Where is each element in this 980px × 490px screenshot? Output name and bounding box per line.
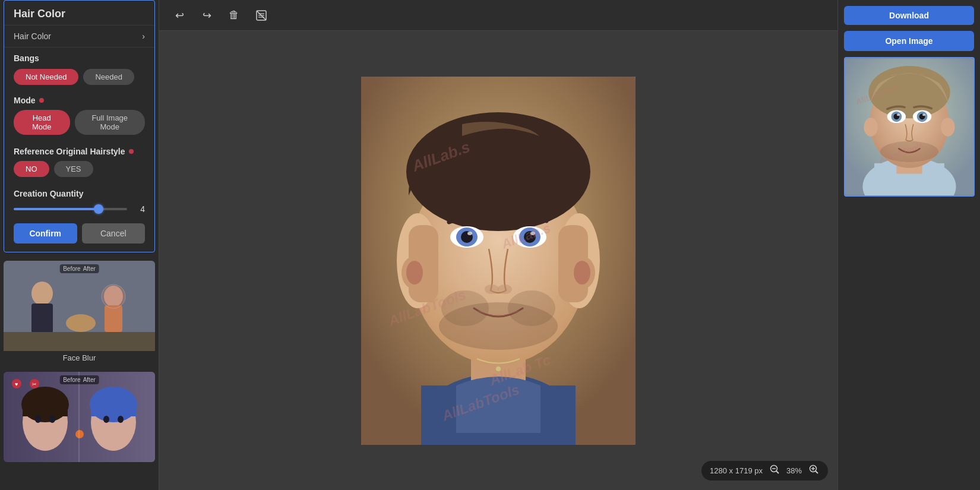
reference-label: Reference Original Hairstyle [14, 147, 125, 156]
bangs-not-needed-btn[interactable]: Not Needed [14, 69, 78, 85]
hair-color-section: Hair Color Hair Color › Bangs Not Needed… [4, 0, 155, 252]
undo-button[interactable]: ↩ [169, 5, 190, 26]
image-dimensions: 1280 x 1719 px [710, 466, 763, 475]
svg-rect-2 [31, 304, 53, 333]
svg-point-55 [485, 284, 499, 294]
right-panel: Download Open Image [837, 0, 980, 490]
hair-before-after-bar: Before After [59, 375, 99, 384]
reference-toggle-group: NO YES [4, 159, 154, 183]
svg-point-21 [118, 416, 124, 423]
zoom-level: 38% [786, 466, 802, 475]
zoom-in-button[interactable] [808, 464, 820, 477]
mode-indicator-dot [39, 98, 44, 103]
zoom-out-icon [770, 464, 779, 474]
svg-text:✂: ✂ [32, 381, 37, 387]
svg-point-88 [922, 113, 925, 116]
section-title: Hair Color [4, 1, 154, 26]
svg-point-56 [498, 284, 512, 294]
open-image-button[interactable]: Open Image [844, 31, 974, 51]
main-portrait-svg: AllLab.s AllLab.s AllLabTools AllLab Tc … [361, 77, 636, 445]
svg-point-16 [49, 416, 55, 423]
left-panel: Hair Color Hair Color › Bangs Not Needed… [0, 0, 159, 490]
face-blur-card[interactable]: Before After [4, 261, 155, 366]
reference-image-box: AllLabTools AllLabTools [844, 57, 975, 197]
bangs-label: Bangs [4, 48, 154, 67]
clear-button[interactable] [251, 5, 272, 26]
creation-qty-label: Creation Quantity [4, 183, 154, 202]
svg-point-45 [406, 261, 423, 284]
download-button[interactable]: Download [844, 6, 974, 25]
svg-point-5 [66, 314, 96, 332]
slider-track[interactable] [14, 208, 127, 210]
svg-point-1 [31, 282, 53, 305]
zoom-out-button[interactable] [769, 464, 780, 477]
hair-before-label: Before [63, 377, 80, 383]
hair-color-illustration: ♥ ✂ [4, 372, 155, 462]
reference-indicator-dot [129, 149, 134, 154]
head-mode-btn[interactable]: Head Mode [14, 110, 70, 135]
slider-row: 4 [4, 202, 154, 220]
action-row: Confirm Cancel [4, 220, 154, 252]
hair-color-thumb-card[interactable]: Before After [4, 372, 155, 462]
reference-label-row: Reference Original Hairstyle [4, 141, 154, 159]
mode-label-row: Mode [4, 91, 154, 108]
hair-color-row[interactable]: Hair Color › [4, 26, 154, 48]
canvas-container[interactable]: AllLab.s AllLab.s AllLabTools AllLab Tc … [159, 31, 837, 490]
face-blur-illustration: ! [4, 261, 155, 351]
cancel-button[interactable]: Cancel [82, 223, 146, 244]
trash-icon: 🗑 [229, 9, 239, 21]
svg-point-26 [75, 430, 84, 438]
hair-color-label: Hair Color [14, 31, 51, 41]
svg-line-72 [815, 471, 818, 473]
before-after-bar: Before After [59, 264, 99, 273]
svg-line-68 [776, 471, 779, 473]
svg-point-59 [508, 290, 555, 326]
delete-button[interactable]: 🗑 [223, 5, 245, 26]
mode-label: Mode [14, 96, 36, 105]
before-label: Before [63, 265, 80, 272]
svg-rect-6 [4, 332, 155, 351]
hair-after-label: After [83, 377, 96, 383]
svg-point-20 [103, 416, 109, 423]
svg-point-7 [102, 284, 125, 308]
undo-icon: ↩ [175, 9, 184, 22]
svg-rect-4 [105, 305, 122, 332]
slider-thumb[interactable] [94, 204, 103, 214]
face-blur-label: Face Blur [4, 351, 155, 366]
main-image: AllLab.s AllLab.s AllLabTools AllLab Tc … [361, 77, 636, 445]
svg-text:♥: ♥ [15, 381, 18, 387]
redo-icon: ↪ [203, 9, 211, 22]
toolbar: ↩ ↪ 🗑 [159, 0, 837, 31]
full-image-mode-btn[interactable]: Full Image Mode [75, 110, 146, 135]
svg-point-84 [896, 113, 899, 116]
svg-point-46 [574, 261, 590, 284]
hair-color-canvas: Before After [4, 372, 155, 462]
svg-point-80 [941, 118, 955, 136]
face-blur-canvas: Before After [4, 261, 155, 351]
svg-point-50 [467, 232, 472, 235]
reference-no-btn[interactable]: NO [14, 161, 49, 177]
after-label: After [83, 265, 96, 272]
svg-point-15 [35, 416, 41, 423]
chevron-right-icon: › [142, 31, 145, 41]
svg-rect-14 [23, 399, 68, 416]
bangs-toggle-group: Not Needed Needed [4, 67, 154, 91]
reference-yes-btn[interactable]: YES [54, 161, 93, 177]
status-bar: 1280 x 1719 px 38% [701, 461, 828, 480]
redo-button[interactable]: ↪ [196, 5, 217, 26]
svg-point-79 [864, 118, 878, 136]
zoom-in-icon [809, 464, 818, 474]
confirm-button[interactable]: Confirm [14, 223, 77, 244]
svg-rect-19 [91, 399, 136, 416]
clear-all-icon [255, 10, 267, 21]
mode-toggle-group: Head Mode Full Image Mode [4, 108, 154, 141]
reference-portrait-svg: AllLabTools AllLabTools [845, 57, 973, 197]
slider-value: 4 [133, 204, 145, 214]
main-area: ↩ ↪ 🗑 [159, 0, 837, 490]
bangs-needed-btn[interactable]: Needed [83, 69, 134, 85]
